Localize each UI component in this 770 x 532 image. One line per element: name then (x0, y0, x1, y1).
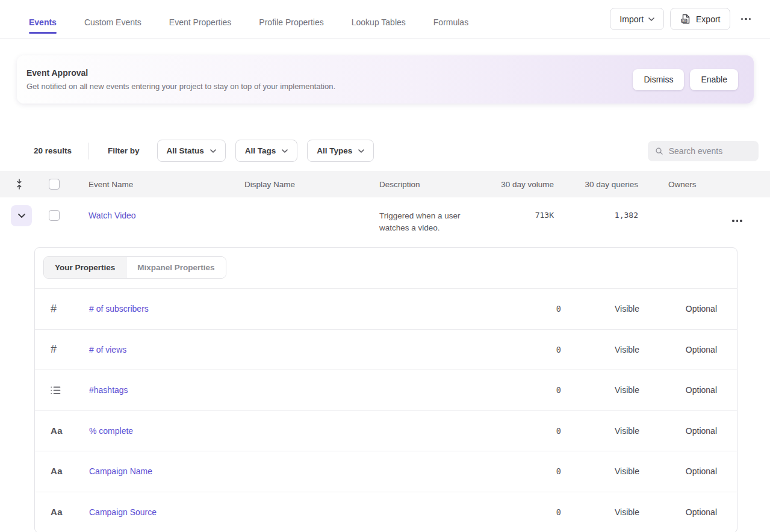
tab-lookup-tables[interactable]: Lookup Tables (352, 5, 406, 34)
property-queries: 0 (513, 507, 561, 517)
properties-segmented-control: Your Properties Mixpanel Properties (43, 256, 226, 279)
event-name-link[interactable]: Watch Video (78, 205, 234, 220)
property-name-link[interactable]: Campaign Name (89, 466, 513, 476)
chevron-down-icon (210, 149, 216, 153)
events-table-header: Event Name Display Name Description 30 d… (0, 171, 770, 197)
divider (88, 143, 89, 159)
tab-lookup-tables-label: Lookup Tables (352, 17, 406, 27)
properties-panel: Your Properties Mixpanel Properties # # … (34, 247, 737, 532)
search-input[interactable] (669, 146, 751, 156)
tab-mixpanel-properties[interactable]: Mixpanel Properties (126, 257, 225, 278)
enable-button[interactable]: Enable (690, 69, 738, 90)
property-name-link[interactable]: # of views (89, 345, 513, 354)
property-queries: 0 (513, 304, 561, 314)
column-header-display-name[interactable]: Display Name (234, 180, 369, 189)
underline-spacer (259, 32, 323, 34)
import-button[interactable]: Import (610, 8, 664, 30)
event-volume: 713K (483, 205, 554, 220)
property-visibility: Visible (561, 385, 660, 395)
property-queries: 0 (513, 345, 561, 354)
search-icon (655, 146, 663, 156)
tags-filter-dropdown[interactable]: All Tags (235, 140, 298, 162)
underline-spacer (433, 32, 468, 34)
more-options-icon[interactable] (736, 13, 756, 25)
underline-spacer (352, 32, 406, 34)
banner-description: Get notified on all new events entering … (26, 82, 633, 91)
property-row: Aa Campaign Name 0 Visible Optional (35, 451, 737, 492)
banner-text: Event Approval Get notified on all new e… (26, 68, 633, 91)
property-row: # # of views 0 Visible Optional (35, 330, 737, 371)
filter-row: 20 results Filter by All Status All Tags… (34, 140, 759, 162)
property-name-link[interactable]: #hashtags (89, 385, 513, 395)
svg-text:csv: csv (682, 19, 687, 22)
tab-your-properties[interactable]: Your Properties (44, 257, 126, 278)
event-approval-banner: Event Approval Get notified on all new e… (17, 55, 754, 104)
property-name-link[interactable]: Campaign Source (89, 507, 513, 517)
property-requirement: Optional (660, 426, 737, 436)
chevron-down-icon (282, 149, 288, 153)
top-navigation: Events Custom Events Event Properties Pr… (0, 0, 770, 39)
status-filter-dropdown[interactable]: All Status (157, 140, 226, 162)
number-type-icon: # (51, 343, 57, 355)
row-actions-icon[interactable] (727, 215, 747, 227)
column-header-owners[interactable]: Owners (638, 180, 704, 189)
collapse-row-button[interactable] (11, 205, 32, 226)
column-header-volume[interactable]: 30 day volume (483, 180, 554, 189)
property-name-link[interactable]: # of subscribers (89, 304, 513, 314)
column-header-event-name[interactable]: Event Name (78, 180, 234, 189)
tab-events[interactable]: Events (29, 5, 57, 34)
filter-by-label: Filter by (108, 146, 140, 155)
nav-actions: Import csv Export (610, 8, 756, 30)
text-type-icon: Aa (51, 466, 63, 476)
types-filter-dropdown[interactable]: All Types (307, 140, 374, 162)
text-type-icon: Aa (51, 507, 63, 517)
search-box (648, 141, 759, 161)
import-button-label: Import (619, 14, 644, 24)
chevron-down-icon (18, 214, 25, 218)
property-queries: 0 (513, 466, 561, 476)
csv-file-icon: csv (680, 13, 691, 25)
status-filter-label: All Status (167, 146, 204, 155)
tab-formulas-label: Formulas (433, 17, 468, 27)
export-button-label: Export (696, 14, 720, 24)
property-row: # # of subscribers 0 Visible Optional (35, 289, 737, 330)
tab-event-properties-label: Event Properties (169, 17, 232, 27)
tab-custom-events-label: Custom Events (84, 17, 141, 27)
text-type-icon: Aa (51, 425, 63, 436)
active-tab-underline (29, 32, 57, 34)
dismiss-button[interactable]: Dismiss (633, 69, 684, 90)
property-queries: 0 (513, 385, 561, 395)
list-type-icon (51, 386, 61, 395)
property-visibility: Visible (561, 466, 660, 476)
column-header-queries[interactable]: 30 day queries (554, 180, 638, 189)
property-visibility: Visible (561, 345, 660, 354)
banner-actions: Dismiss Enable (633, 69, 738, 90)
chevron-down-icon (358, 149, 364, 153)
results-count: 20 results (34, 146, 72, 155)
select-all-checkbox[interactable] (49, 179, 60, 190)
export-button[interactable]: csv Export (670, 8, 730, 30)
event-row-watch-video: Watch Video Triggered when a user watche… (0, 197, 770, 247)
underline-spacer (169, 32, 232, 34)
row-checkbox[interactable] (49, 210, 60, 221)
property-requirement: Optional (660, 507, 737, 517)
properties-tab-bar: Your Properties Mixpanel Properties (35, 248, 737, 289)
nav-tabs: Events Custom Events Event Properties Pr… (29, 5, 610, 34)
types-filter-label: All Types (317, 146, 352, 155)
banner-title: Event Approval (26, 68, 633, 78)
tab-custom-events[interactable]: Custom Events (84, 5, 141, 34)
event-description: Triggered when a user watches a video. (369, 205, 483, 234)
chevron-down-icon (648, 17, 654, 21)
tab-profile-properties[interactable]: Profile Properties (259, 5, 323, 34)
property-row: #hashtags 0 Visible Optional (35, 370, 737, 411)
tab-formulas[interactable]: Formulas (433, 5, 468, 34)
collapse-all-icon[interactable] (15, 179, 23, 190)
tab-event-properties[interactable]: Event Properties (169, 5, 232, 34)
property-requirement: Optional (660, 466, 737, 476)
tab-events-label: Events (29, 17, 57, 27)
number-type-icon: # (51, 303, 57, 315)
tab-profile-properties-label: Profile Properties (259, 17, 323, 27)
property-name-link[interactable]: % complete (89, 426, 513, 436)
column-header-description[interactable]: Description (369, 180, 483, 189)
underline-spacer (84, 32, 141, 34)
